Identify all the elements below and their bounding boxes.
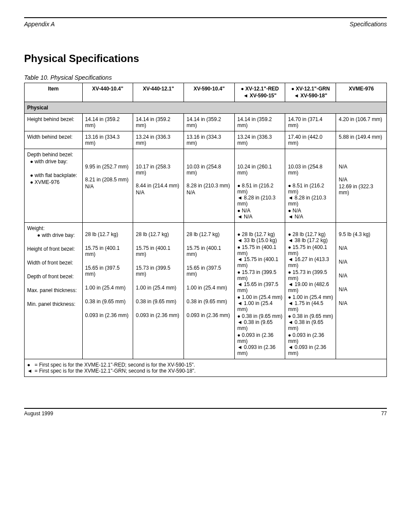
triangle-icon: ◄	[27, 368, 33, 374]
header-right: Specifications	[350, 21, 387, 28]
item-depth: Depth behind bezel: ● with drive bay: ● …	[25, 149, 83, 223]
section-title: Physical Specifications	[24, 53, 387, 65]
table-header-row: Item XV-440-10.4" XV-440-12.1" XV-590-10…	[25, 83, 387, 102]
table-row: Height behind bezel: 14.14 in (359.2 mm)…	[25, 114, 387, 131]
bullet-icon: ●	[27, 362, 33, 368]
col-5: ● XV-12.1"-GRN ◄ XV-590-18"	[285, 83, 336, 102]
header-left: Appendix A	[24, 21, 55, 28]
top-rule	[24, 17, 387, 18]
table-caption: Table 10. Physical Specifications	[24, 74, 387, 81]
running-header: Appendix A Specifications	[24, 21, 387, 28]
col-1: XV-440-10.4"	[82, 83, 133, 102]
footer-right: 77	[381, 411, 387, 417]
col-2: XV-440-12.1"	[133, 83, 184, 102]
spec-table: Item XV-440-10.4" XV-440-12.1" XV-590-10…	[24, 83, 387, 377]
group-row: Physical	[25, 102, 387, 114]
footer-left: August 1999	[24, 411, 53, 417]
item-weight: Weight: ● with drive bay: Height of fron…	[25, 223, 83, 359]
running-footer: August 1999 77	[24, 411, 387, 417]
table-row: Weight: ● with drive bay: Height of fron…	[25, 223, 387, 359]
col-4: ● XV-12.1"-RED ◄ XV-590-15"	[234, 83, 285, 102]
col-3: XV-590-10.4"	[184, 83, 235, 102]
page: { "header": { "left": "Appendix A", "rig…	[0, 0, 411, 532]
item: Width behind bezel:	[25, 131, 83, 149]
footnote-row: ● = First spec is for the XVME-12.1"-RED…	[25, 359, 387, 377]
item: Height behind bezel:	[25, 114, 83, 131]
group-label: Physical	[25, 102, 387, 114]
col-6: XVME-976	[336, 83, 387, 102]
table-row: Depth behind bezel: ● with drive bay: ● …	[25, 149, 387, 223]
table-row: Width behind bezel: 13.16 in (334.3 mm) …	[25, 131, 387, 149]
col-item: Item	[25, 83, 83, 102]
bottom-rule	[24, 408, 387, 409]
